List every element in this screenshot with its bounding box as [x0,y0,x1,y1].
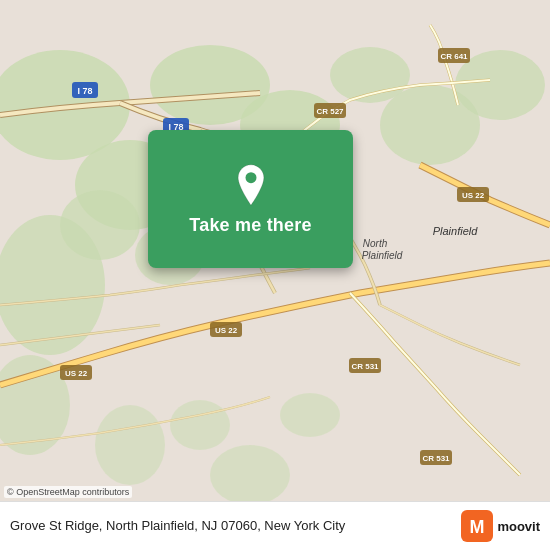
svg-text:US 22: US 22 [215,326,238,335]
bottom-bar: Grove St Ridge, North Plainfield, NJ 070… [0,501,550,550]
svg-text:CR 527: CR 527 [316,107,344,116]
svg-point-12 [95,405,165,485]
address-label: Grove St Ridge, North Plainfield, NJ 070… [10,517,453,535]
moovit-logo: M moovit [461,510,540,542]
svg-text:I 78: I 78 [77,86,92,96]
svg-point-13 [170,400,230,450]
svg-point-14 [280,393,340,437]
svg-text:CR 641: CR 641 [440,52,468,61]
svg-text:M: M [470,517,485,537]
svg-point-15 [210,445,290,505]
svg-text:North: North [363,238,388,249]
cta-button-label: Take me there [189,215,311,236]
svg-text:US 22: US 22 [65,369,88,378]
location-pin-icon [229,163,273,207]
cta-card[interactable]: Take me there [148,130,353,268]
osm-attribution: © OpenStreetMap contributors [4,486,132,498]
map-container: I 78 I 78 CR 641 CR 527 US 22 US 22 US 2… [0,0,550,550]
map-background: I 78 I 78 CR 641 CR 527 US 22 US 22 US 2… [0,0,550,550]
moovit-icon: M [461,510,493,542]
svg-point-37 [245,172,256,183]
svg-point-7 [60,190,140,260]
svg-text:US 22: US 22 [462,191,485,200]
svg-text:CR 531: CR 531 [351,362,379,371]
svg-text:Plainfield: Plainfield [433,225,479,237]
svg-text:CR 531: CR 531 [422,454,450,463]
osm-text: © OpenStreetMap contributors [7,487,129,497]
svg-text:Plainfield: Plainfield [362,250,403,261]
moovit-text: moovit [497,520,540,533]
